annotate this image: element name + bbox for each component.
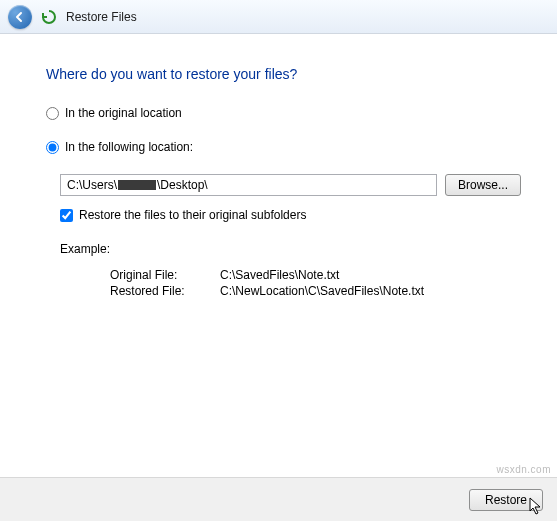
radio-following-input[interactable] <box>46 141 59 154</box>
restore-icon <box>40 8 58 26</box>
radio-following-location[interactable]: In the following location: <box>46 140 521 154</box>
example-grid: Original File: C:\SavedFiles\Note.txt Re… <box>110 268 521 298</box>
subfolders-checkbox-row[interactable]: Restore the files to their original subf… <box>60 208 521 222</box>
restore-button[interactable]: Restore <box>469 489 543 511</box>
browse-button[interactable]: Browse... <box>445 174 521 196</box>
radio-original-location[interactable]: In the original location <box>46 106 521 120</box>
subfolders-checkbox[interactable] <box>60 209 73 222</box>
path-prefix: C:\Users\ <box>67 178 117 192</box>
titlebar: Restore Files <box>0 0 557 34</box>
footer: Restore <box>0 477 557 521</box>
example-original-value: C:\SavedFiles\Note.txt <box>220 268 521 282</box>
back-button[interactable] <box>8 5 32 29</box>
subfolders-label: Restore the files to their original subf… <box>79 208 306 222</box>
radio-following-label: In the following location: <box>65 140 193 154</box>
path-suffix: \Desktop\ <box>157 178 208 192</box>
back-arrow-icon <box>14 11 26 23</box>
following-location-subarea: C:\Users\\Desktop\ Browse... Restore the… <box>46 174 521 298</box>
window-title: Restore Files <box>66 10 137 24</box>
example-heading: Example: <box>60 242 521 256</box>
radio-original-label: In the original location <box>65 106 182 120</box>
example-original-label: Original File: <box>110 268 220 282</box>
watermark: wsxdn.com <box>496 464 551 475</box>
path-row: C:\Users\\Desktop\ Browse... <box>60 174 521 196</box>
page-heading: Where do you want to restore your files? <box>46 66 521 82</box>
example-restored-label: Restored File: <box>110 284 220 298</box>
content-area: Where do you want to restore your files?… <box>0 34 557 308</box>
path-input[interactable]: C:\Users\\Desktop\ <box>60 174 437 196</box>
path-redacted <box>118 180 156 190</box>
radio-original-input[interactable] <box>46 107 59 120</box>
example-restored-value: C:\NewLocation\C\SavedFiles\Note.txt <box>220 284 521 298</box>
